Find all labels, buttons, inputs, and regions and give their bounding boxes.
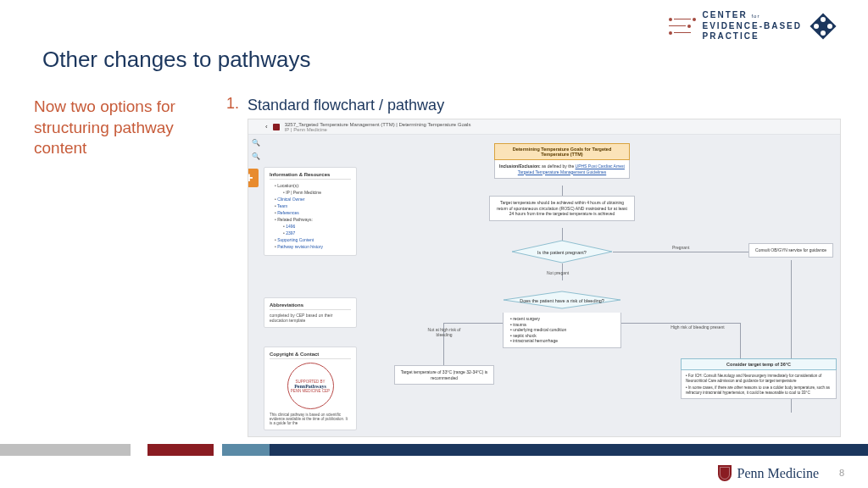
- cep-diamond-icon: [809, 12, 837, 41]
- cep-line1-sub: for: [751, 14, 760, 19]
- list-number: 1.: [226, 95, 239, 113]
- info-link[interactable]: References: [275, 209, 351, 216]
- loc-label: Location(s):: [275, 182, 351, 189]
- cep-logo-bars: [669, 18, 696, 35]
- svg-text:Is the patient pregnant?: Is the patient pregnant?: [537, 250, 587, 255]
- related-link[interactable]: 2397: [283, 230, 351, 236]
- panel-information: Information & Resources Location(s): IP …: [264, 167, 357, 256]
- related-link[interactable]: 1496: [283, 223, 351, 230]
- flow-36c-body: • For ICH: Consult Neurology and Neurosu…: [681, 370, 837, 399]
- doc-subtitle: IP | Penn Medicine: [285, 127, 471, 132]
- panel-abbr-body: completed by CEP based on their educatio…: [270, 313, 351, 323]
- zoom-out-icon[interactable]: 🔍: [252, 152, 260, 160]
- label-high-risk: High risk of bleeding present: [668, 324, 727, 330]
- cep-line2: EVIDENCE-BASED: [703, 21, 802, 32]
- flow-target-temp-node: Target temperature should be achieved wi…: [489, 196, 635, 221]
- pennpathways-stamp: SUPPORTED BY PennPathways PENN MEDICINE …: [287, 363, 334, 409]
- panel-abbreviations: Abbreviations completed by CEP based on …: [264, 297, 357, 328]
- cep-line1: CENTER: [703, 10, 748, 19]
- flow-33c-node: Target temperature of 33°C (range 32-34°…: [394, 365, 494, 385]
- loc-value: IP | Penn Medicine: [283, 189, 351, 196]
- panel-abbr-header: Abbreviations: [270, 302, 351, 310]
- info-link[interactable]: Supporting Content: [275, 236, 351, 243]
- cep-line3: PRACTICE: [703, 31, 802, 42]
- penn-shield-icon: [718, 465, 732, 481]
- screenshot-titlebar: ‹ 3257_Targeted Temperature Management (…: [248, 119, 840, 135]
- info-link[interactable]: Clinical Owner: [275, 196, 351, 202]
- info-link[interactable]: Pathway revision history: [275, 243, 351, 250]
- panel-copyright: Copyright & Contact SUPPORTED BY PennPat…: [264, 347, 357, 430]
- decor-stripe: [0, 444, 868, 456]
- flow-inclusion-node: Inclusion/Exclusion: as defined by the U…: [494, 160, 630, 179]
- decision-pregnant: Is the patient pregnant?: [511, 240, 613, 263]
- incl-text: as defined by the: [542, 164, 575, 169]
- flow-36c-title: Consider target temp of 36°C: [681, 358, 837, 370]
- slide: CENTER for EVIDENCE-BASED PRACTICE Other…: [0, 0, 868, 488]
- panel-copy-header: Copyright & Contact: [270, 352, 351, 359]
- footer-logo: Penn Medicine: [718, 465, 819, 481]
- list-item-text: Standard flowchart / pathway: [248, 97, 444, 114]
- penn-shield-icon: [273, 124, 280, 130]
- bleed-item-list: • recent surgery • trauma • underlying m…: [503, 313, 621, 348]
- decision-bleeding: Does the patient have a risk of bleeding…: [503, 291, 621, 309]
- panel-info-header: Information & Resources: [270, 172, 351, 180]
- label-not-high-risk: Not at high risk of bleeding: [420, 327, 469, 337]
- pathway-screenshot: ‹ 3257_Targeted Temperature Management (…: [248, 119, 841, 437]
- info-link[interactable]: Team: [275, 202, 351, 209]
- cep-logo: CENTER for EVIDENCE-BASED PRACTICE: [669, 10, 837, 42]
- label-pregnant: Pregnant: [672, 245, 689, 250]
- cep-logo-text: CENTER for EVIDENCE-BASED PRACTICE: [703, 10, 802, 42]
- footer-brand: Penn Medicine: [737, 466, 819, 481]
- stamp-bottom: PENN MEDICINE CEP: [291, 389, 330, 393]
- zoom-in-icon[interactable]: 🔍: [252, 138, 260, 147]
- add-icon[interactable]: +: [248, 169, 259, 187]
- incl-label: Inclusion/Exclusion:: [499, 164, 541, 169]
- svg-text:Does the patient have a risk o: Does the patient have a risk of bleeding…: [520, 298, 604, 303]
- page-number: 8: [839, 468, 844, 478]
- slide-subtitle: Now two options for structuring pathway …: [34, 97, 195, 159]
- back-chevron-icon[interactable]: ‹: [265, 123, 268, 130]
- label-not-pregnant: Not pregant: [547, 270, 569, 275]
- panel-copy-body: This clinical pathway is based on scient…: [270, 413, 351, 425]
- tool-strip: 🔍 🔍: [252, 138, 260, 160]
- slide-title: Other changes to pathways: [42, 47, 311, 73]
- flow-title-node: Determining Temperature Goals for Target…: [494, 143, 630, 160]
- flow-obgyn-node: Consult OB/GYN service for guidance: [748, 243, 833, 258]
- related-label: Related Pathways:: [275, 216, 351, 223]
